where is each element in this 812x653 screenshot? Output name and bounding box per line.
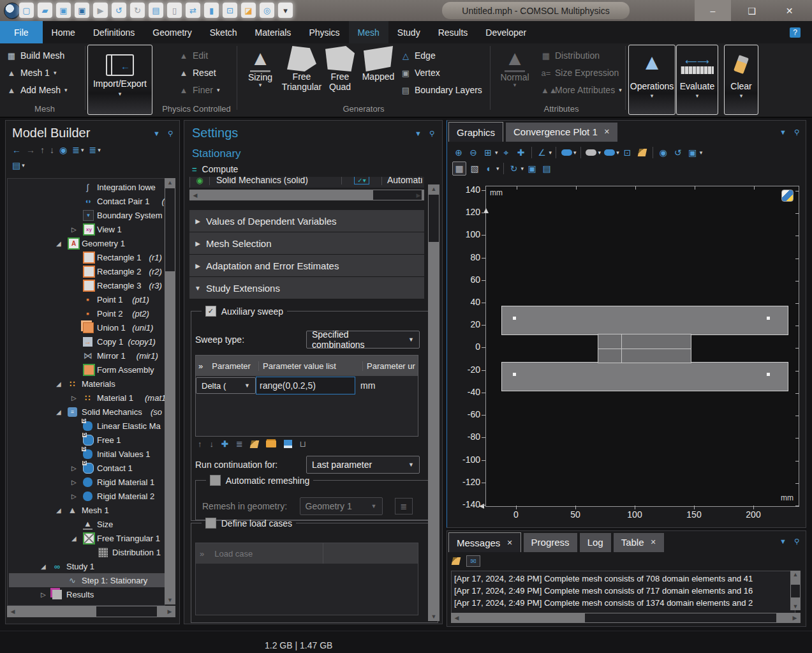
tree-item-rectangle-2[interactable]: Rectangle 2(r2) (9, 264, 165, 278)
tree-item-size[interactable]: ▲Size (9, 517, 165, 531)
tab-home[interactable]: Home (43, 21, 84, 43)
scroll-left-icon[interactable]: ◀ (191, 190, 200, 200)
expander-icon[interactable]: ◢ (41, 563, 46, 570)
environment-1-icon[interactable]: ▾ (585, 146, 602, 159)
tree-item-contact-1[interactable]: ▷DContact 1 (9, 461, 165, 475)
geometry-bottom-plate[interactable] (501, 362, 788, 391)
load-file-icon[interactable] (266, 440, 276, 447)
pin-icon[interactable]: ⚲ (794, 537, 799, 546)
tree-item-linear-elastic-ma[interactable]: DLinear Elastic Ma (9, 419, 165, 433)
tree-item-contact-pair-1[interactable]: ◖◗Contact Pair 1(a (9, 194, 165, 208)
new-file-icon[interactable]: ▢ (19, 3, 34, 18)
tree-item-distribution-1[interactable]: Distribution 1 (9, 545, 165, 559)
sweep-type-dropdown[interactable]: Specified combinations▼ (306, 331, 420, 349)
ribbon-mesh-1[interactable]: ▲Mesh 1▾ (6, 66, 56, 80)
scroll-left-icon[interactable]: ◀ (8, 606, 17, 617)
paste-icon[interactable]: ▯ (167, 3, 182, 18)
deselect-brush-icon[interactable] (636, 146, 649, 159)
ribbon-build-mesh[interactable]: ▦Build Mesh (6, 49, 64, 63)
reset-hiding-icon[interactable]: ↺ (672, 146, 684, 159)
import-window-icon[interactable]: ⇄ (186, 3, 200, 18)
zoom-in-icon[interactable]: ⊕ (452, 146, 465, 159)
tab-results[interactable]: Results (429, 21, 477, 43)
compute-button[interactable]: = Compute (192, 164, 238, 174)
scroll-down-icon[interactable]: ▼ (165, 596, 175, 604)
remesh-geometry-dropdown[interactable]: Geometry 1▼ (300, 497, 383, 515)
tree-item-point-2[interactable]: ▪Point 2(pt2) (9, 306, 165, 320)
chevron-down-icon[interactable]: ▼ (153, 130, 160, 138)
snapshot-icon[interactable]: ▣ (526, 162, 538, 175)
qat-dropdown-icon[interactable]: ▾ (278, 3, 293, 18)
geometry-top-plate[interactable] (501, 306, 788, 335)
messages-tab-table[interactable]: Table✕ (614, 533, 664, 552)
clear-button[interactable]: Clear▾ (724, 45, 758, 115)
forward-icon[interactable]: → (26, 145, 35, 155)
save-file-icon[interactable] (284, 440, 292, 448)
tab-sketch[interactable]: Sketch (201, 21, 246, 43)
delete-parameter-icon[interactable]: ≣ (236, 439, 243, 449)
tree-item-free-triangular-1[interactable]: ◢Free Triangular 1 (9, 531, 165, 545)
evaluate-button[interactable]: ⟵⟶Evaluate▾ (676, 45, 718, 115)
scroll-right-icon[interactable]: ▶ (790, 613, 799, 623)
add-parameter-icon[interactable]: ✚ (221, 439, 228, 449)
select-box-icon[interactable]: ⊡ (621, 146, 634, 159)
undo-icon[interactable]: ↺ (112, 3, 126, 18)
pin-icon[interactable]: ⚲ (168, 130, 173, 138)
transparency-icon[interactable]: ▧ (468, 162, 481, 175)
close-icon[interactable]: ✕ (651, 538, 656, 546)
pin-icon[interactable]: ⚲ (794, 128, 799, 137)
geometry-mid-bottom-left[interactable] (598, 349, 623, 363)
expander-icon[interactable]: ◢ (56, 380, 61, 387)
tree-item-study-1[interactable]: ◢∞Study 1 (9, 559, 165, 573)
define-load-cases-checkbox[interactable] (205, 518, 216, 529)
tree-item-form-assembly[interactable]: Form Assembly (9, 363, 165, 377)
color-theme-icon[interactable]: ◐▾ (483, 162, 499, 175)
tree-item-initial-values-1[interactable]: DInitial Values 1 (9, 447, 165, 461)
scroll-left-icon[interactable]: ◀ (452, 613, 461, 623)
ribbon-edge[interactable]: △Edge (401, 49, 436, 63)
geometry-mid-bottom-right[interactable] (621, 349, 691, 363)
parameter-name-dropdown[interactable]: Delta (▼ (196, 377, 256, 394)
parameter-value-input[interactable]: range(0,0.2,5) (256, 377, 355, 394)
tab-definitions[interactable]: Definitions (84, 21, 144, 43)
settings-vscrollbar[interactable]: ▲ ▼ (428, 184, 439, 621)
tree-item-results[interactable]: ▷Results (9, 587, 165, 601)
message-list[interactable]: [Apr 17, 2024, 2:48 PM] Complete mesh co… (451, 571, 795, 614)
model-tree-hscrollbar[interactable]: ◀ ▶ (7, 606, 175, 617)
collapse-icon[interactable]: ≣▾ (72, 145, 84, 155)
range-icon[interactable]: ⊔ (300, 439, 306, 449)
messages-tab-progress[interactable]: Progress (524, 533, 577, 552)
expander-icon[interactable]: ◢ (56, 409, 61, 416)
expander-icon[interactable]: ◢ (56, 507, 61, 514)
move-up-icon[interactable]: ↑ (198, 439, 202, 449)
ribbon-mapped[interactable]: Mapped (360, 46, 397, 92)
automatic-remeshing-checkbox[interactable] (210, 475, 221, 486)
tree-item-rectangle-1[interactable]: Rectangle 1(r1) (9, 250, 165, 264)
tree-item-mirror-1[interactable]: ⋈Mirror 1(mir1) (9, 349, 165, 363)
pan-icon[interactable]: ✚ (515, 146, 528, 159)
graphics-tab-convergence-plot-1[interactable]: Convergence Plot 1✕ (506, 123, 617, 142)
ribbon-vertex[interactable]: ▣Vertex (401, 66, 440, 80)
parameter-unit-cell[interactable]: mm (355, 380, 418, 391)
ribbon-free-quad[interactable]: FreeQuad (321, 46, 358, 92)
redo-icon[interactable]: ↻ (130, 3, 145, 18)
clear-table-icon[interactable] (250, 440, 260, 448)
expander-icon[interactable]: ◢ (71, 535, 77, 542)
remesh-settings-icon[interactable]: ≣ (395, 498, 413, 514)
plot-area[interactable]: mmmm (485, 186, 799, 507)
messages-tab-log[interactable]: Log (580, 533, 611, 552)
scroll-right-icon[interactable]: ▶ (414, 190, 423, 200)
minimize-button[interactable]: – (695, 0, 731, 21)
tree-item-copy-1[interactable]: →Copy 1(copy1) (9, 334, 165, 349)
message-options-icon[interactable]: ✉ (466, 555, 480, 567)
help-icon[interactable]: ? (790, 27, 801, 38)
tree-item-integration-lowe[interactable]: ∫Integration lowe (9, 180, 165, 194)
tree-item-union-1[interactable]: Union 1(uni1) (9, 320, 165, 334)
geometry-mid-top-left[interactable] (598, 334, 623, 350)
show-icon[interactable]: ◉ (59, 145, 67, 155)
scroll-down-icon[interactable]: ▼ (790, 603, 801, 610)
expander-icon[interactable]: ▷ (71, 479, 77, 486)
scroll-right-icon[interactable]: ▶ (165, 606, 174, 617)
tab-geometry[interactable]: Geometry (144, 21, 200, 43)
clear-messages-icon[interactable] (452, 557, 461, 565)
